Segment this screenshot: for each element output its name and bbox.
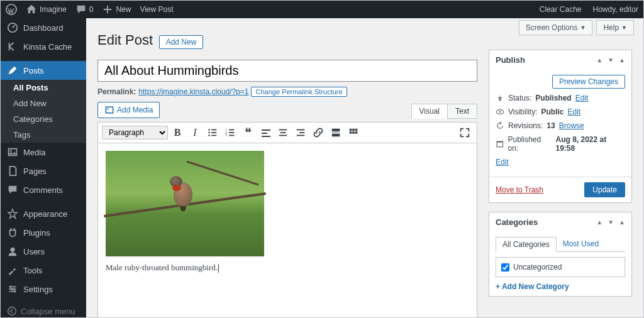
comments-count: 0: [89, 5, 94, 14]
publish-box: Publish▲▼▲ Preview Changes Status: Publi…: [489, 50, 632, 203]
svg-rect-37: [355, 131, 358, 134]
sidebar-item-appearance[interactable]: Appearance: [1, 204, 86, 223]
screen-options-button[interactable]: Screen Options ▼: [519, 20, 593, 35]
svg-point-5: [8, 307, 16, 315]
categories-box: Categories▲▼▲ All Categories Most Used U…: [489, 212, 632, 297]
align-center-button[interactable]: [275, 124, 291, 141]
site-link[interactable]: Imagine: [26, 4, 67, 15]
sidebar-item-posts[interactable]: Posts: [1, 61, 86, 80]
revisions-value: 13: [547, 121, 555, 130]
sidebar-item-dashboard[interactable]: Dashboard: [1, 18, 86, 37]
pin-icon: [496, 94, 504, 102]
toolbar-toggle-button[interactable]: [345, 124, 362, 141]
tab-text[interactable]: Text: [447, 104, 477, 119]
svg-rect-25: [279, 135, 287, 136]
link-button[interactable]: [310, 124, 326, 141]
wp-logo[interactable]: [6, 4, 17, 15]
sidebar-item-tools[interactable]: Tools: [1, 261, 86, 280]
post-title-input[interactable]: [97, 60, 477, 82]
svg-rect-24: [280, 132, 286, 133]
box-down-icon[interactable]: ▼: [608, 219, 614, 226]
revisions-label: Revisions:: [508, 121, 543, 130]
svg-rect-21: [262, 133, 267, 134]
sidebar-item-pages[interactable]: Pages: [1, 162, 86, 180]
sidebar-subitem-addnew[interactable]: Add New: [1, 96, 86, 111]
sidebar-subitem-categories[interactable]: Categories: [1, 111, 86, 127]
site-name: Imagine: [40, 5, 67, 14]
published-label: Published on:: [508, 135, 552, 153]
quote-button[interactable]: ❝: [240, 124, 256, 141]
box-up-icon[interactable]: ▲: [596, 57, 602, 63]
svg-rect-35: [350, 131, 352, 134]
add-media-button[interactable]: Add Media: [97, 102, 160, 118]
tab-all-categories[interactable]: All Categories: [496, 237, 557, 252]
tab-most-used[interactable]: Most Used: [557, 237, 605, 251]
new-link[interactable]: New: [102, 4, 131, 15]
collapse-menu[interactable]: Collapse menu: [1, 299, 86, 317]
box-up-icon[interactable]: ▲: [596, 219, 602, 226]
align-right-button[interactable]: [292, 124, 309, 141]
align-left-button[interactable]: [257, 124, 274, 141]
published-edit-link[interactable]: Edit: [496, 158, 509, 167]
svg-point-4: [10, 248, 14, 252]
add-new-button[interactable]: Add New: [159, 35, 204, 49]
categories-title: Categories: [496, 217, 538, 227]
revisions-browse-link[interactable]: Browse: [559, 121, 584, 130]
box-toggle-icon[interactable]: ▲: [619, 57, 625, 63]
collapse-label: Collapse menu: [21, 307, 75, 316]
svg-point-39: [499, 111, 501, 113]
box-down-icon[interactable]: ▼: [608, 57, 614, 63]
sidebar-item-kinsta[interactable]: Kinsta Cache: [1, 37, 86, 56]
fullscreen-button[interactable]: [457, 124, 473, 141]
chevron-down-icon: ▼: [621, 25, 627, 31]
svg-point-8: [208, 129, 210, 131]
status-edit-link[interactable]: Edit: [575, 94, 589, 102]
category-item[interactable]: Uncategorized: [501, 263, 619, 271]
box-toggle-icon[interactable]: ▲: [619, 219, 625, 226]
bullet-list-button[interactable]: [204, 124, 221, 141]
view-post-link[interactable]: View Post: [140, 5, 173, 14]
svg-rect-31: [332, 134, 340, 137]
clear-cache-link[interactable]: Clear Cache: [540, 5, 582, 14]
add-new-category-link[interactable]: + Add New Category: [496, 282, 625, 291]
sidebar-item-media[interactable]: Media: [1, 143, 86, 162]
sidebar-item-label: Kinsta Cache: [23, 42, 72, 52]
change-permalink-button[interactable]: Change Permalink Structure: [251, 87, 347, 97]
sidebar-item-plugins[interactable]: Plugins: [1, 223, 86, 242]
move-to-trash-link[interactable]: Move to Trash: [496, 185, 543, 194]
visibility-value: Public: [541, 107, 564, 116]
svg-rect-27: [299, 132, 304, 133]
sidebar-subitem-allposts[interactable]: All Posts: [1, 80, 86, 96]
svg-rect-20: [262, 129, 270, 131]
status-label: Status:: [508, 94, 531, 102]
readmore-button[interactable]: [328, 124, 344, 141]
svg-rect-41: [497, 141, 502, 143]
sidebar-item-label: Dashboard: [23, 23, 64, 33]
update-button[interactable]: Update: [584, 182, 625, 197]
svg-point-7: [107, 108, 108, 109]
category-checkbox[interactable]: [501, 263, 509, 271]
sidebar-subitem-tags[interactable]: Tags: [1, 127, 86, 143]
status-value: Published: [535, 94, 571, 102]
visibility-edit-link[interactable]: Edit: [567, 107, 580, 116]
preview-changes-button[interactable]: Preview Changes: [552, 75, 625, 89]
bold-button[interactable]: B: [169, 124, 186, 141]
eye-icon: [496, 107, 504, 116]
post-image[interactable]: [106, 151, 264, 256]
sidebar-item-users[interactable]: Users: [1, 242, 86, 261]
sidebar-item-label: Media: [23, 148, 45, 157]
format-select[interactable]: Paragraph: [102, 126, 168, 140]
chevron-down-icon: ▼: [580, 25, 586, 31]
text-cursor: [218, 264, 219, 273]
tab-visual[interactable]: Visual: [411, 104, 448, 119]
italic-button[interactable]: I: [187, 124, 203, 141]
help-button[interactable]: Help ▼: [596, 20, 634, 35]
sidebar-item-settings[interactable]: Settings: [1, 280, 86, 299]
howdy-link[interactable]: Howdy, editor: [593, 5, 638, 14]
sidebar-item-comments[interactable]: Comments: [1, 180, 86, 199]
comments-link[interactable]: 0: [75, 4, 94, 15]
permalink-url[interactable]: https://imagine.kinsta.cloud/?p=1: [138, 87, 248, 96]
editor-content[interactable]: Male ruby-throated hummingbird.: [98, 143, 477, 317]
add-media-label: Add Media: [117, 106, 153, 114]
number-list-button[interactable]: 123: [222, 124, 238, 141]
